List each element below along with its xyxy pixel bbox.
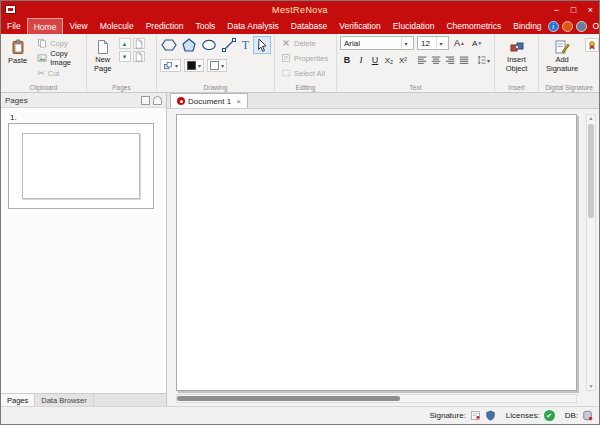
align-justify-button[interactable] xyxy=(457,53,471,67)
licenses-ok-icon[interactable]: ✔ xyxy=(544,410,555,421)
close-tab-icon[interactable]: × xyxy=(236,97,241,106)
fill-color-button[interactable]: ▾ xyxy=(207,59,227,72)
document-tab[interactable]: Document 1 × xyxy=(170,93,248,108)
maximize-button[interactable]: □ xyxy=(565,1,582,18)
italic-button[interactable]: I xyxy=(354,53,368,67)
copy-image-button[interactable]: Copy Image xyxy=(34,51,83,65)
menu-tab-chemometrics[interactable]: Chemometrics xyxy=(440,18,507,34)
signature-shield-icon[interactable] xyxy=(485,410,496,421)
paste-button[interactable]: Paste xyxy=(4,36,31,82)
menu-tab-data-analysis[interactable]: Data Analysis xyxy=(221,18,285,34)
menu-tab-prediction[interactable]: Prediction xyxy=(140,18,190,34)
align-center-icon xyxy=(431,55,441,65)
menu-tab-tools[interactable]: Tools xyxy=(190,18,222,34)
menu-tab-home[interactable]: Home xyxy=(27,18,64,34)
signature-cert-icon[interactable] xyxy=(470,410,481,421)
ellipse-tool-button[interactable] xyxy=(200,36,218,54)
cursor-icon xyxy=(254,37,270,53)
verify-signature-button[interactable] xyxy=(585,38,599,52)
ribbon: Paste Copy Copy Image ✂ Cut Clipboard xyxy=(1,34,599,93)
db-label: DB: xyxy=(565,411,578,420)
status-bar: Signature: Licenses: ✔ DB: xyxy=(1,406,599,424)
chevron-down-icon: ▾ xyxy=(198,62,201,69)
menu-tab-verification[interactable]: Verification xyxy=(333,18,387,34)
menu-tab-view[interactable]: View xyxy=(63,18,93,34)
horizontal-scrollbar[interactable] xyxy=(176,394,577,403)
panel-tabs: Pages Data Browser xyxy=(1,393,166,406)
float-panel-icon[interactable] xyxy=(141,96,150,105)
paste-label: Paste xyxy=(8,56,27,65)
ribbon-group-drawing: T ▾ ▾ ▾ Drawing xyxy=(157,34,275,92)
superscript-button[interactable]: X² xyxy=(396,53,410,67)
document-page[interactable] xyxy=(176,114,577,391)
shrink-font-button[interactable]: A▼ xyxy=(470,36,484,50)
panel-tab-data-browser[interactable]: Data Browser xyxy=(35,394,93,406)
close-button[interactable]: × xyxy=(582,1,599,18)
properties-button[interactable]: Properties xyxy=(278,51,333,65)
editing-group-label: Editing xyxy=(275,84,336,91)
badge-icon xyxy=(587,40,597,50)
fill-color-swatch xyxy=(210,61,219,70)
menu-tab-database[interactable]: Database xyxy=(285,18,333,34)
line-spacing-icon xyxy=(477,55,487,65)
align-center-button[interactable] xyxy=(429,53,443,67)
line-tool-button[interactable] xyxy=(220,36,238,54)
scroll-up-icon[interactable]: ▲ xyxy=(589,115,594,122)
down-arrow-icon: ▼ xyxy=(477,40,482,46)
last-page-button[interactable] xyxy=(133,51,145,62)
first-page-button[interactable] xyxy=(133,38,145,49)
horizontal-scroll-thumb[interactable] xyxy=(177,396,400,401)
clipboard-group-label: Clipboard xyxy=(1,84,86,91)
add-signature-button[interactable]: Add Signature xyxy=(542,36,582,82)
menu-tab-binding[interactable]: Binding xyxy=(507,18,547,34)
bold-button[interactable]: B xyxy=(340,53,354,67)
cut-button[interactable]: ✂ Cut xyxy=(34,66,83,80)
move-page-up-button[interactable]: ▲ xyxy=(119,38,131,49)
insert-object-button[interactable]: Insert Object xyxy=(502,36,532,82)
font-size-select[interactable]: 12 ▾ xyxy=(417,36,449,50)
database-icon[interactable] xyxy=(582,410,593,421)
move-page-down-button[interactable]: ▼ xyxy=(119,51,131,62)
ribbon-group-digital-signature: Add Signature Digital Signature xyxy=(539,34,599,92)
options-button[interactable]: Options ▾ xyxy=(590,21,600,31)
minimize-button[interactable]: − xyxy=(548,1,565,18)
record-icon[interactable] xyxy=(562,21,573,32)
grow-font-button[interactable]: A▲ xyxy=(452,36,467,50)
font-size-value: 12 xyxy=(421,39,430,48)
info-icon[interactable]: i xyxy=(548,21,559,32)
select-all-button[interactable]: Select All xyxy=(278,66,333,80)
arrange-button[interactable]: ▾ xyxy=(160,59,181,72)
scroll-down-icon[interactable]: ▼ xyxy=(589,383,594,390)
stroke-color-button[interactable]: ▾ xyxy=(184,59,204,72)
image-icon xyxy=(37,53,47,63)
align-right-button[interactable] xyxy=(443,53,457,67)
menu-tab-file[interactable]: File xyxy=(1,18,27,34)
update-icon[interactable] xyxy=(576,21,587,32)
puzzle-icon xyxy=(509,39,525,55)
subscript-button[interactable]: X₂ xyxy=(382,53,396,67)
delete-button[interactable]: Delete xyxy=(278,36,333,50)
signature-icon xyxy=(554,39,570,55)
main-area: Pages 1. Pages Data Browser Docu xyxy=(1,93,599,406)
line-spacing-button[interactable]: ▾ xyxy=(476,53,491,67)
copy-button[interactable]: Copy xyxy=(34,36,83,50)
document-canvas[interactable]: ▲ ▼ xyxy=(167,109,599,406)
pin-panel-icon[interactable] xyxy=(153,96,162,105)
pages-panel-title: Pages xyxy=(5,96,28,105)
new-page-button[interactable]: New Page xyxy=(90,36,116,82)
menu-tab-elucidation[interactable]: Elucidation xyxy=(387,18,441,34)
text-tool-button[interactable]: T xyxy=(240,36,251,54)
underline-button[interactable]: U xyxy=(368,53,382,67)
panel-tab-pages[interactable]: Pages xyxy=(1,394,35,406)
font-family-select[interactable]: Arial ▾ xyxy=(340,36,414,50)
delete-icon xyxy=(281,38,291,48)
hexagon-tool-button[interactable] xyxy=(160,36,178,54)
vertical-scrollbar[interactable]: ▲ ▼ xyxy=(586,114,596,391)
polygon-tool-button[interactable] xyxy=(180,36,198,54)
page-thumbnail[interactable] xyxy=(8,123,154,209)
selection-tool-button[interactable] xyxy=(253,36,271,54)
hexagon-icon xyxy=(161,37,177,53)
menu-tab-molecule[interactable]: Molecule xyxy=(94,18,140,34)
align-left-button[interactable] xyxy=(415,53,429,67)
vertical-scroll-thumb[interactable] xyxy=(588,124,594,218)
